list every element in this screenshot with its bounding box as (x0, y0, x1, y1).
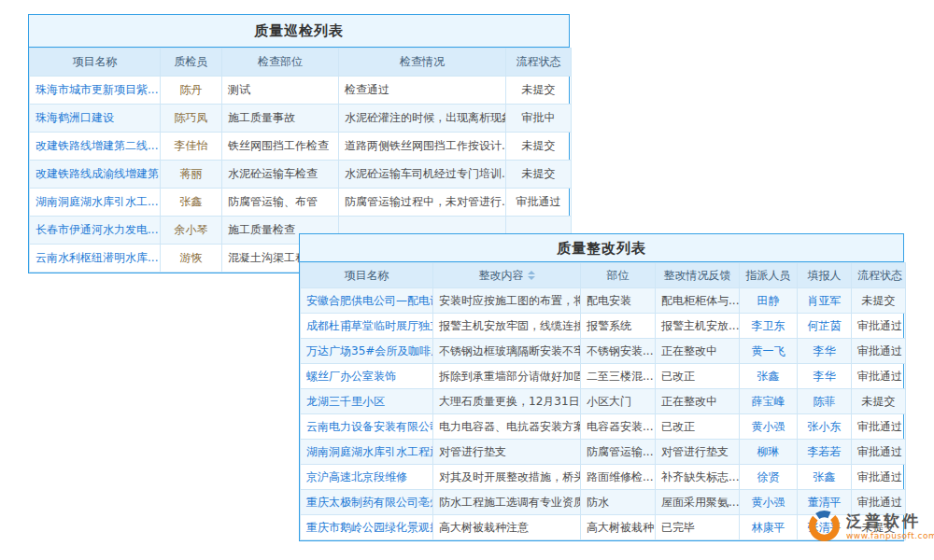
cell-part: 防水 (581, 490, 656, 515)
cell-rectify-content: 报警主机安放牢固，线缆连接... (433, 314, 581, 339)
cell-assignee: 柳琳 (740, 440, 798, 465)
cell-assignee: 李卫东 (740, 314, 798, 339)
col-header-inspector: 质检员 (161, 49, 222, 77)
table-row[interactable]: 珠海鹤洲口建设陈巧凤施工质量事故水泥砼灌注的时候，出现离析现象审批中 (30, 105, 572, 133)
logo-url: www.fanpusoft.com (846, 531, 934, 540)
table-row[interactable]: 京沪高速北京段维修对其及时开展整改措施，桥头...路面维修检...补齐缺失标志.… (301, 465, 906, 490)
cell-reporter: 李若若 (798, 440, 852, 465)
col-header-check-situation: 检查情况 (339, 49, 506, 77)
cell-check-part: 水泥砼运输车检查 (222, 161, 339, 189)
cell-part: 二至三楼混... (581, 364, 656, 389)
cell-feedback: 已完毕 (656, 515, 740, 540)
cell-project-name[interactable]: 万达广场35#会所及咖啡厅空... (301, 339, 433, 364)
table-row[interactable]: 改建铁路线增建第二线...李佳怡铁丝网围挡工作检查道路两侧铁丝网围挡工作按设计.… (30, 133, 572, 161)
cell-flow-status: 审批通过 (852, 339, 906, 364)
cell-check-situation: 道路两侧铁丝网围挡工作按设计... (339, 133, 506, 161)
cell-reporter: 肖亚军 (798, 288, 852, 314)
table-row[interactable]: 湖南洞庭湖水库引水工...张鑫防腐管运输、布管防腐管运输过程中，未对管进行...… (30, 189, 572, 217)
cell-rectify-content: 安装时应按施工图的布置，将... (433, 288, 581, 314)
cell-project-name[interactable]: 京沪高速北京段维修 (301, 465, 433, 490)
table-row[interactable]: 万达广场35#会所及咖啡厅空...不锈钢边框玻璃隔断安装不牢...不锈钢安装..… (301, 339, 906, 364)
cell-feedback: 正在整改中 (656, 339, 740, 364)
cell-part: 防腐管运输... (581, 440, 656, 465)
cell-assignee: 薛宝峰 (740, 389, 798, 414)
cell-feedback: 补齐缺失标志... (656, 465, 740, 490)
cell-flow-status: 审批通过 (852, 314, 906, 339)
table-row[interactable]: 龙湖三千里小区大理石质量更换，12月31日之...小区大门正在整改中薛宝峰陈菲未… (301, 389, 906, 414)
cell-project-name[interactable]: 螺丝厂办公室装饰 (301, 364, 433, 389)
cell-flow-status: 未提交 (506, 77, 572, 105)
col-header-part: 部位 (581, 263, 656, 288)
cell-assignee: 黄小强 (740, 414, 798, 440)
cell-check-part: 铁丝网围挡工作检查 (222, 133, 339, 161)
col-header-rectify-content-label: 整改内容 (479, 269, 524, 282)
table-row[interactable]: 湖南洞庭湖水库引水工程施工14...对管进行垫支防腐管运输...对管进行垫支柳琳… (301, 440, 906, 465)
cell-project-name[interactable]: 安徽合肥供电公司—配电设备... (301, 288, 433, 314)
cell-check-situation: 检查通过 (339, 77, 506, 105)
cell-project-name[interactable]: 改建铁路线成渝线增建第... (30, 161, 161, 189)
cell-reporter: 李华 (798, 364, 852, 389)
cell-assignee: 黄小强 (740, 490, 798, 515)
col-header-project-name: 项目名称 (30, 49, 161, 77)
cell-project-name[interactable]: 成都杜甫草堂临时展厅独立展... (301, 314, 433, 339)
col-header-check-part: 检查部位 (222, 49, 339, 77)
cell-project-name[interactable]: 重庆市鹅岭公园绿化景观提升... (301, 515, 433, 540)
cell-flow-status: 未提交 (852, 389, 906, 414)
cell-project-name[interactable]: 云南电力设备安装有限公司20... (301, 414, 433, 440)
col-header-project-name: 项目名称 (301, 263, 433, 288)
cell-flow-status: 审批通过 (852, 440, 906, 465)
cell-inspector: 陈丹 (161, 77, 222, 105)
cell-reporter: 陈菲 (798, 389, 852, 414)
cell-check-part: 防腐管运输、布管 (222, 189, 339, 217)
table-row[interactable]: 螺丝厂办公室装饰拆除到承重墙部分请做好加固...二至三楼混...已改正张鑫李华审… (301, 364, 906, 389)
cell-flow-status: 审批通过 (852, 465, 906, 490)
logo-text: 泛普软件 www.fanpusoft.com (846, 511, 934, 539)
cell-feedback: 已改正 (656, 414, 740, 440)
cell-project-name[interactable]: 龙湖三千里小区 (301, 389, 433, 414)
rectify-table-card: 质量整改列表 项目名称 整改内容 部位 整改情况反馈 指派人员 填报人 流程状态… (299, 233, 904, 541)
sort-icon[interactable] (528, 271, 535, 280)
cell-flow-status: 未提交 (506, 133, 572, 161)
cell-reporter: 李华 (798, 339, 852, 364)
col-header-reporter: 填报人 (798, 263, 852, 288)
cell-rectify-content: 拆除到承重墙部分请做好加固... (433, 364, 581, 389)
cell-project-name[interactable]: 长春市伊通河水力发电... (30, 217, 161, 245)
cell-rectify-content: 高大树被栽种注意 (433, 515, 581, 540)
cell-rectify-content: 对管进行垫支 (433, 440, 581, 465)
col-header-assignee: 指派人员 (740, 263, 798, 288)
col-header-rectify-content[interactable]: 整改内容 (433, 263, 581, 288)
cell-project-name[interactable]: 湖南洞庭湖水库引水工程施工14... (301, 440, 433, 465)
logo-name: 泛普软件 (846, 511, 934, 530)
table-row[interactable]: 珠海市城市更新项目紫...陈丹测试检查通过未提交 (30, 77, 572, 105)
col-header-flow-status: 流程状态 (506, 49, 572, 77)
patrol-header-row: 项目名称 质检员 检查部位 检查情况 流程状态 (30, 49, 572, 77)
cell-part: 配电安装 (581, 288, 656, 314)
table-row[interactable]: 成都杜甫草堂临时展厅独立展...报警主机安放牢固，线缆连接...报警系统报警主机… (301, 314, 906, 339)
cell-flow-status: 审批通过 (852, 414, 906, 440)
cell-flow-status: 审批通过 (506, 189, 572, 217)
cell-project-name[interactable]: 湖南洞庭湖水库引水工... (30, 189, 161, 217)
cell-project-name[interactable]: 改建铁路线增建第二线... (30, 133, 161, 161)
cell-flow-status: 审批中 (506, 105, 572, 133)
rectify-table: 项目名称 整改内容 部位 整改情况反馈 指派人员 填报人 流程状态 安徽合肥供电… (300, 262, 906, 540)
cell-feedback: 配电柜柜体与... (656, 288, 740, 314)
cell-part: 高大树被栽种 (581, 515, 656, 540)
cell-project-name[interactable]: 珠海市城市更新项目紫... (30, 77, 161, 105)
col-header-flow-status: 流程状态 (852, 263, 906, 288)
table-row[interactable]: 安徽合肥供电公司—配电设备...安装时应按施工图的布置，将...配电安装配电柜柜… (301, 288, 906, 314)
table-row[interactable]: 云南电力设备安装有限公司20...电力电容器、电抗器安装方案...电容器安装..… (301, 414, 906, 440)
cell-project-name[interactable]: 云南水利枢纽潜明水库... (30, 245, 161, 273)
cell-flow-status: 未提交 (852, 288, 906, 314)
cell-feedback: 正在整改中 (656, 389, 740, 414)
rectify-header-row: 项目名称 整改内容 部位 整改情况反馈 指派人员 填报人 流程状态 (301, 263, 906, 288)
cell-reporter: 何芷茵 (798, 314, 852, 339)
cell-reporter: 张鑫 (798, 465, 852, 490)
table-row[interactable]: 改建铁路线成渝线增建第...蒋丽水泥砼运输车检查水泥砼运输车司机经过专门培训..… (30, 161, 572, 189)
cell-project-name[interactable]: 珠海鹤洲口建设 (30, 105, 161, 133)
cell-feedback: 报警主机安放... (656, 314, 740, 339)
cell-check-situation: 水泥砼灌注的时候，出现离析现象 (339, 105, 506, 133)
cell-inspector: 余小琴 (161, 217, 222, 245)
cell-rectify-content: 对其及时开展整改措施，桥头... (433, 465, 581, 490)
cell-project-name[interactable]: 重庆太极制药有限公司亳州中... (301, 490, 433, 515)
cell-assignee: 黄一飞 (740, 339, 798, 364)
